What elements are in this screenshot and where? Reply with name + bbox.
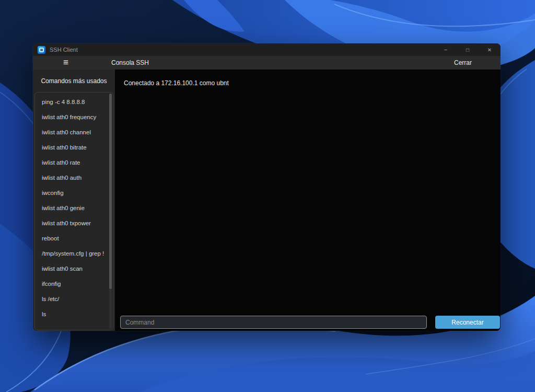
sidebar-header: Comandos más usados xyxy=(33,70,115,92)
sidebar: Comandos más usados ping -c 4 8.8.8.8iwl… xyxy=(33,70,115,331)
command-input[interactable] xyxy=(120,316,427,329)
minimize-icon: – xyxy=(444,47,447,52)
command-list-item[interactable]: reboot xyxy=(35,231,113,246)
cerrar-button[interactable]: Cerrar xyxy=(454,59,472,66)
command-list-item[interactable]: iwlist ath0 channel xyxy=(35,125,113,140)
window-controls: – □ ✕ xyxy=(435,43,501,56)
command-list-scrollbar[interactable] xyxy=(109,94,112,329)
command-list-item[interactable]: iwlist ath0 scan xyxy=(35,261,113,276)
hamburger-menu-icon: ≡ xyxy=(63,57,68,68)
maximize-button[interactable]: □ xyxy=(457,43,479,56)
app-icon xyxy=(38,46,45,54)
command-list-item[interactable]: , xyxy=(35,322,113,330)
command-list-item[interactable]: iwconfig xyxy=(35,186,113,201)
command-list-item[interactable]: /tmp/system.cfg | grep ! xyxy=(35,246,113,261)
command-list-item[interactable]: iwlist ath0 auth xyxy=(35,170,113,186)
console-title: Consola SSH xyxy=(111,59,149,66)
reconnect-button[interactable]: Reconectar xyxy=(435,316,500,329)
ssh-client-window: SSH Client – □ ✕ ≡ Consola SSH Cerrar Co… xyxy=(33,43,501,331)
command-list: ping -c 4 8.8.8.8iwlist ath0 frequencyiw… xyxy=(34,92,113,330)
command-list-item[interactable]: ifconfig xyxy=(35,276,113,292)
command-list-item[interactable]: ping -c 4 8.8.8.8 xyxy=(35,95,113,110)
window-title: SSH Client xyxy=(50,47,78,53)
command-list-item[interactable]: ls /etc/ xyxy=(35,292,113,307)
command-list-item[interactable]: iwlist ath0 genie xyxy=(35,201,113,216)
maximize-icon: □ xyxy=(466,47,469,53)
hamburger-menu-button[interactable]: ≡ xyxy=(63,56,68,70)
command-list-items: ping -c 4 8.8.8.8iwlist ath0 frequencyiw… xyxy=(35,95,113,330)
console-output: Conectado a 172.16.100.1 como ubnt xyxy=(115,70,501,87)
toolbar: ≡ Consola SSH Cerrar xyxy=(33,56,501,70)
titlebar: SSH Client – □ ✕ xyxy=(33,43,501,56)
command-list-item[interactable]: iwlist ath0 frequency xyxy=(35,110,113,125)
command-list-item[interactable]: iwlist ath0 bitrate xyxy=(35,140,113,155)
command-list-item[interactable]: iwlist ath0 rate xyxy=(35,155,113,170)
command-list-item[interactable]: iwlist ath0 txpower xyxy=(35,216,113,231)
command-list-item[interactable]: ls xyxy=(35,307,113,322)
window-body: Comandos más usados ping -c 4 8.8.8.8iwl… xyxy=(33,70,501,331)
scrollbar-thumb[interactable] xyxy=(109,94,112,289)
ssh-console: Conectado a 172.16.100.1 como ubnt Recon… xyxy=(115,70,501,331)
close-button[interactable]: ✕ xyxy=(479,43,501,56)
console-input-row: Reconectar xyxy=(120,316,500,329)
close-icon: ✕ xyxy=(487,47,492,53)
minimize-button[interactable]: – xyxy=(435,43,457,56)
